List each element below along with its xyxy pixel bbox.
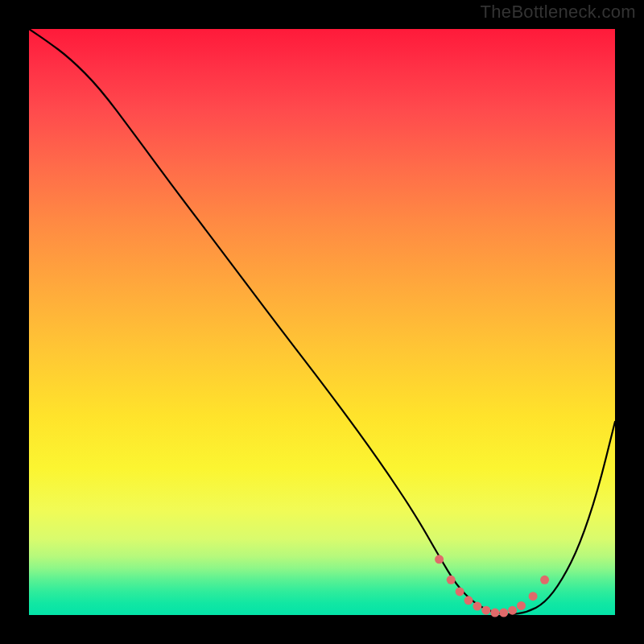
optimal-dot: [490, 609, 499, 617]
optimal-dot: [508, 606, 517, 615]
bottleneck-curve: [29, 29, 615, 614]
watermark-text: TheBottleneck.com: [481, 2, 636, 23]
optimal-dot: [464, 596, 473, 605]
optimal-dot: [447, 576, 456, 584]
optimal-dot: [540, 576, 549, 584]
optimal-range-dots: [435, 555, 549, 617]
optimal-dot: [473, 602, 481, 611]
optimal-dot: [529, 592, 538, 601]
optimal-dot: [499, 609, 508, 617]
optimal-dot: [517, 601, 526, 610]
chart-frame: TheBottleneck.com: [0, 0, 644, 644]
curve-svg: [29, 29, 615, 615]
plot-area: [29, 29, 615, 615]
optimal-dot: [481, 606, 490, 615]
optimal-dot: [456, 587, 464, 596]
optimal-dot: [435, 555, 444, 564]
